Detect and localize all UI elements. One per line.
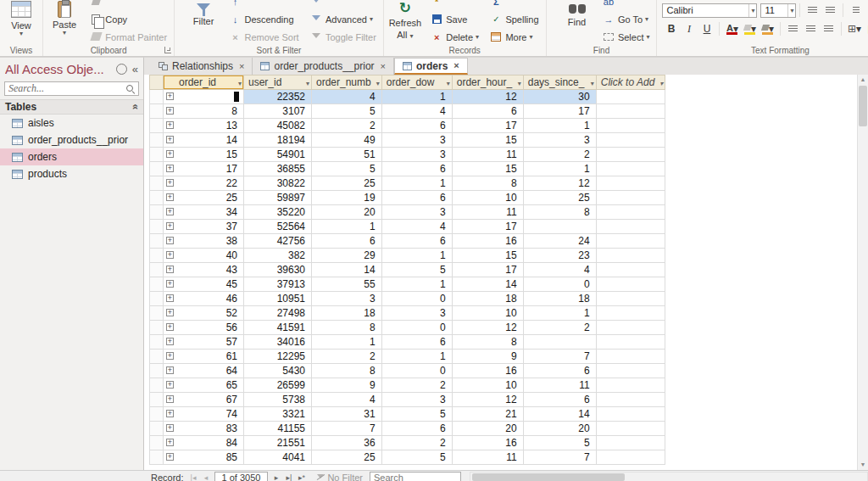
highlight-color-button[interactable]: ▾ [742, 21, 758, 36]
click-to-add-header[interactable]: Click to Add▾ [596, 76, 665, 90]
nav-item-aisles[interactable]: aisles [0, 115, 143, 131]
refresh-all-button[interactable]: ↻ Refresh All ▾ [387, 0, 424, 40]
click-to-add-cell[interactable] [596, 436, 665, 450]
click-to-add-cell[interactable] [596, 191, 665, 205]
click-to-add-cell[interactable] [596, 306, 665, 321]
underline-button[interactable]: U [698, 21, 715, 36]
cell[interactable]: 54901 [244, 148, 312, 162]
cell[interactable]: 5 [523, 436, 596, 450]
cell[interactable]: 2 [381, 436, 452, 450]
cell[interactable]: +61 [164, 350, 244, 364]
cell[interactable]: 7 [523, 450, 596, 465]
cell[interactable]: 30822 [244, 176, 312, 191]
cell[interactable]: 3 [381, 393, 452, 407]
expand-record-icon[interactable]: + [166, 251, 174, 259]
cell[interactable]: 3 [312, 292, 382, 306]
paste-button[interactable]: Paste ▾ [46, 0, 83, 36]
cell[interactable]: 59897 [244, 191, 312, 205]
spelling-button[interactable]: ✓Spelling [486, 10, 542, 28]
numbering-button[interactable] [822, 3, 838, 18]
click-to-add-cell[interactable] [596, 378, 665, 393]
cell[interactable]: 18194 [244, 133, 312, 148]
click-to-add-cell[interactable] [596, 133, 665, 148]
cell[interactable]: 14 [452, 277, 523, 292]
cell[interactable]: 41155 [244, 422, 312, 436]
cell[interactable]: 30 [523, 90, 596, 104]
cell[interactable]: 8 [312, 364, 382, 378]
expand-record-icon[interactable]: + [166, 266, 174, 273]
click-to-add-cell[interactable] [596, 335, 665, 350]
expand-record-icon[interactable]: + [166, 165, 174, 172]
click-to-add-cell[interactable] [596, 220, 665, 234]
ascending-button[interactable]: ↑ [225, 0, 303, 10]
cell[interactable]: 2 [381, 378, 452, 393]
cell[interactable]: 18 [452, 292, 523, 306]
bullets-button[interactable] [804, 3, 821, 18]
cell[interactable]: +43 [164, 263, 244, 277]
collapse-section-icon[interactable]: » [130, 104, 142, 110]
row-selector[interactable] [150, 263, 164, 277]
click-to-add-cell[interactable] [596, 422, 665, 436]
column-dropdown-icon[interactable]: ▾ [659, 77, 663, 90]
expand-record-icon[interactable]: + [166, 280, 174, 288]
cell[interactable]: 37913 [244, 277, 312, 292]
cell[interactable]: 39630 [244, 263, 312, 277]
cell[interactable]: 15 [452, 133, 523, 148]
expand-record-icon[interactable]: + [166, 323, 174, 331]
cell[interactable]: +57 [164, 335, 244, 350]
row-selector[interactable] [150, 321, 164, 335]
cell[interactable]: +83 [164, 422, 244, 436]
column-header-order_id[interactable]: order_id▾ [164, 76, 244, 90]
cell[interactable]: 24 [523, 234, 596, 249]
cell[interactable]: 5 [312, 162, 382, 176]
horizontal-scroll-thumb[interactable] [472, 473, 625, 481]
column-dropdown-icon[interactable]: ▾ [447, 77, 450, 90]
expand-record-icon[interactable]: + [166, 208, 174, 215]
cell[interactable]: 4041 [244, 450, 312, 465]
next-record-button[interactable]: ▸ [270, 472, 282, 481]
cell[interactable]: 10 [452, 191, 523, 205]
column-dropdown-icon[interactable]: ▾ [591, 77, 594, 90]
click-to-add-cell[interactable] [596, 162, 665, 176]
cell[interactable]: 5 [381, 407, 452, 422]
cell[interactable]: 22352 [244, 90, 312, 104]
row-selector[interactable] [150, 162, 164, 176]
cell[interactable]: 1 [523, 119, 596, 133]
cell[interactable]: 2 [312, 350, 382, 364]
gridlines-button[interactable]: ⊞▾ [846, 21, 862, 36]
expand-record-icon[interactable]: + [166, 366, 174, 374]
cell[interactable]: 6 [381, 119, 452, 133]
cell[interactable]: 31 [312, 407, 382, 422]
font-color-button[interactable]: A▾ [724, 21, 740, 36]
cell[interactable]: 6 [381, 234, 452, 249]
cell[interactable]: 14 [523, 407, 596, 422]
column-header-order_dow[interactable]: order_dow▾ [381, 76, 452, 90]
click-to-add-cell[interactable] [596, 393, 665, 407]
cell[interactable]: 26599 [244, 378, 312, 393]
cell[interactable]: +65 [164, 378, 244, 393]
cell[interactable]: +14 [164, 133, 244, 148]
cell[interactable]: 6 [523, 364, 596, 378]
cell[interactable]: 12 [452, 321, 523, 335]
row-selector[interactable] [150, 364, 164, 378]
row-selector[interactable] [150, 292, 164, 306]
go-to-button[interactable]: →Go To▾ [598, 10, 654, 28]
cell[interactable]: 6 [381, 191, 452, 205]
pin-icon[interactable] [116, 64, 127, 75]
cell[interactable]: 6 [381, 335, 452, 350]
tab-close-icon[interactable]: × [239, 62, 244, 71]
totals-button[interactable]: Σ [486, 0, 542, 10]
cell[interactable]: 9 [312, 378, 382, 393]
cell[interactable]: 12295 [244, 350, 312, 364]
cell[interactable]: 4 [523, 263, 596, 277]
cell[interactable]: 1 [523, 306, 596, 321]
vertical-scroll-thumb[interactable] [859, 86, 867, 126]
cell[interactable]: 14 [312, 263, 382, 277]
cell[interactable]: 36855 [244, 162, 312, 176]
cell[interactable]: 3107 [244, 104, 312, 119]
cell[interactable]: 2 [312, 119, 382, 133]
click-to-add-cell[interactable] [596, 176, 665, 191]
row-selector[interactable] [150, 104, 164, 119]
expand-record-icon[interactable]: + [166, 381, 174, 389]
toggle-filter-button[interactable]: Toggle Filter [306, 28, 381, 46]
